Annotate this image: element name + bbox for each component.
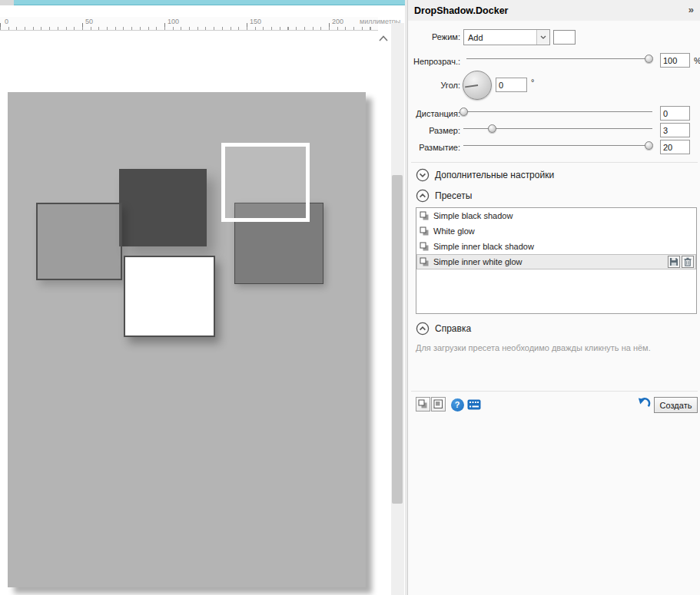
dark-gray-square-object[interactable] bbox=[119, 169, 207, 246]
save-icon bbox=[669, 257, 678, 266]
section-label: Пресеты bbox=[435, 190, 472, 201]
blur-slider[interactable] bbox=[463, 140, 652, 152]
keyboard-icon bbox=[467, 399, 481, 410]
opacity-input[interactable] bbox=[660, 53, 690, 68]
shadow-tool-button[interactable] bbox=[416, 397, 430, 412]
save-preset-button[interactable] bbox=[668, 256, 680, 268]
angle-label: Угол: bbox=[408, 81, 460, 90]
preset-item[interactable]: Simple inner black shadow bbox=[416, 239, 696, 254]
trash-icon bbox=[683, 257, 692, 266]
help-button[interactable]: ? bbox=[450, 398, 464, 412]
angle-dial[interactable] bbox=[463, 71, 492, 100]
preset-item[interactable]: White glow bbox=[416, 223, 696, 239]
chevron-up-circle-icon bbox=[416, 322, 430, 336]
size-slider-thumb[interactable] bbox=[488, 124, 496, 133]
slider-track[interactable] bbox=[463, 111, 652, 112]
angle-unit: ° bbox=[531, 78, 534, 87]
shadow-color-swatch[interactable] bbox=[553, 30, 576, 45]
vertical-scrollbar-thumb[interactable] bbox=[392, 175, 403, 504]
inner-shadow-tool-button[interactable] bbox=[431, 397, 446, 412]
ruler-tick-label: 100 bbox=[168, 18, 179, 25]
slider-track[interactable] bbox=[466, 58, 652, 59]
section-presets[interactable]: Пресеты bbox=[416, 188, 472, 203]
section-label: Дополнительные настройки bbox=[435, 170, 554, 180]
chevron-down-circle-icon bbox=[416, 168, 430, 182]
blur-label: Размытие: bbox=[408, 143, 460, 152]
opacity-label: Непрозрач.: bbox=[408, 57, 460, 66]
distance-slider-thumb[interactable] bbox=[459, 107, 468, 116]
ruler-tick-label: 150 bbox=[250, 18, 261, 25]
drop-shadow-icon bbox=[418, 399, 428, 409]
document-page bbox=[8, 92, 366, 587]
mode-label: Режим: bbox=[408, 32, 460, 41]
preset-item-selected[interactable]: Simple inner white glow bbox=[416, 254, 696, 269]
angle-dial-needle[interactable] bbox=[465, 84, 478, 88]
reset-button[interactable] bbox=[637, 396, 651, 410]
distance-input[interactable] bbox=[660, 106, 690, 121]
preset-label: Simple black shadow bbox=[433, 211, 513, 220]
inner-shadow-icon bbox=[433, 399, 443, 409]
angle-input[interactable] bbox=[496, 78, 527, 92]
opacity-slider[interactable] bbox=[466, 53, 652, 65]
opacity-unit: % bbox=[694, 56, 700, 65]
size-slider[interactable] bbox=[463, 123, 652, 135]
document-tab-strip bbox=[14, 0, 406, 5]
dropshadow-docker: DropShadow.Docker » Режим: Add Непрозрач… bbox=[407, 0, 700, 595]
mode-dropdown-value: Add bbox=[464, 33, 536, 42]
size-label: Размер: bbox=[408, 126, 460, 135]
divider bbox=[411, 391, 698, 392]
preset-actions bbox=[668, 256, 694, 268]
canvas-area: 0 50 100 150 200 миллиметры bbox=[0, 0, 407, 595]
slider-track[interactable] bbox=[463, 145, 652, 146]
outlined-transparent-square[interactable] bbox=[36, 203, 122, 280]
white-outline-square[interactable] bbox=[221, 143, 310, 222]
blur-input[interactable] bbox=[660, 140, 690, 154]
keyboard-shortcuts-button[interactable] bbox=[467, 398, 481, 412]
divider bbox=[411, 162, 698, 163]
scroll-up-button[interactable] bbox=[377, 32, 390, 45]
preset-shadow-icon bbox=[420, 242, 430, 252]
opacity-slider-thumb[interactable] bbox=[645, 55, 653, 63]
preset-label: White glow bbox=[433, 226, 475, 236]
ruler-tick-label: 0 bbox=[5, 18, 8, 25]
dropdown-arrow[interactable] bbox=[536, 30, 549, 45]
blur-slider-thumb[interactable] bbox=[645, 141, 653, 150]
chevron-up-icon bbox=[379, 35, 388, 41]
delete-preset-button[interactable] bbox=[682, 256, 694, 268]
preset-shadow-icon bbox=[420, 211, 430, 221]
chevron-down-icon bbox=[540, 35, 546, 39]
ruler-tick-label: 200 bbox=[332, 18, 343, 25]
undo-arrow-icon bbox=[637, 396, 651, 411]
help-icon: ? bbox=[451, 398, 464, 412]
preset-list: Simple black shadow White glow Simple in… bbox=[416, 207, 697, 314]
size-input[interactable] bbox=[660, 123, 690, 137]
app-window: 0 50 100 150 200 миллиметры DropShadow.D… bbox=[0, 0, 700, 595]
section-label: Справка bbox=[435, 323, 471, 334]
ruler-corner bbox=[0, 0, 14, 5]
docker-collapse-button[interactable]: » bbox=[688, 4, 694, 15]
distance-label: Дистанция: bbox=[408, 109, 460, 118]
create-button[interactable]: Создать bbox=[654, 397, 698, 413]
preset-shadow-icon bbox=[420, 257, 430, 267]
help-text: Для загрузки пресета необходимо дважды к… bbox=[416, 343, 692, 352]
preset-item[interactable]: Simple black shadow bbox=[416, 208, 696, 223]
preset-label: Simple inner white glow bbox=[433, 257, 523, 266]
vertical-scrollbar[interactable] bbox=[391, 23, 404, 595]
white-filled-square[interactable] bbox=[124, 256, 215, 337]
docker-title-bar: DropShadow.Docker » bbox=[408, 0, 700, 21]
preset-label: Simple inner black shadow bbox=[433, 242, 534, 251]
preset-shadow-icon bbox=[420, 226, 430, 236]
horizontal-ruler: 0 50 100 150 200 миллиметры bbox=[0, 17, 378, 31]
section-advanced-settings[interactable]: Дополнительные настройки bbox=[416, 167, 554, 183]
chevron-up-circle-icon bbox=[416, 189, 430, 203]
distance-slider[interactable] bbox=[463, 106, 652, 118]
section-help[interactable]: Справка bbox=[416, 321, 471, 336]
ruler-tick-label: 50 bbox=[85, 18, 93, 25]
docker-title: DropShadow.Docker bbox=[414, 5, 508, 16]
mode-dropdown[interactable]: Add bbox=[463, 29, 550, 45]
